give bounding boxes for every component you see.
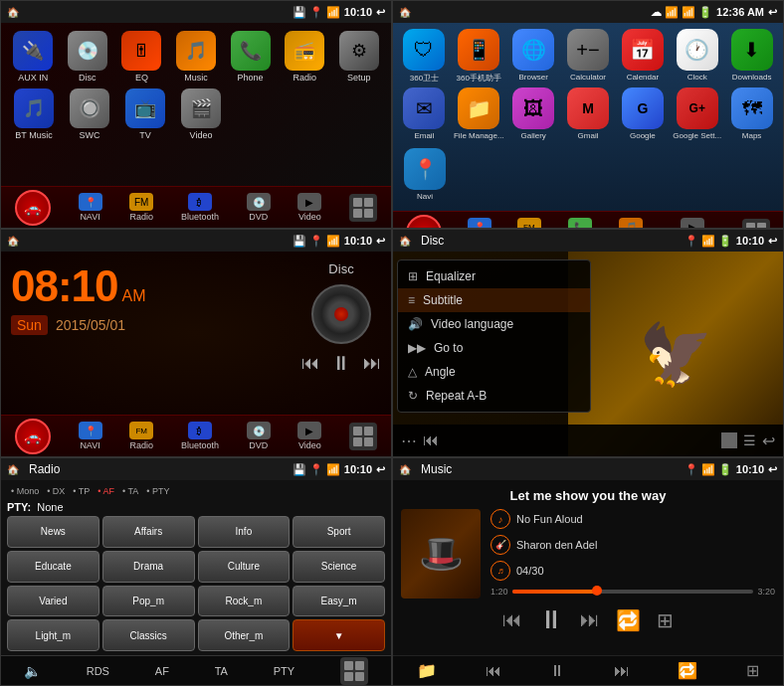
dvd-menu-subtitle[interactable]: ≡ Subtitle <box>398 288 590 312</box>
grid-menu-radio[interactable] <box>340 657 368 685</box>
nav-car-button[interactable]: 🚗 <box>15 190 51 226</box>
music-next[interactable]: ⏭ <box>580 608 600 631</box>
nav-dvd-home[interactable]: 💿 DVD <box>247 193 271 222</box>
nav-navi-clock[interactable]: 📍 NAVI <box>79 422 102 450</box>
dvd-menu-goto[interactable]: ▶▶ Go to <box>398 336 590 360</box>
music-pause[interactable]: ⏸ <box>538 604 564 635</box>
music-footer-repeat[interactable]: 🔁 <box>678 661 697 680</box>
radio-back[interactable]: ↩ <box>376 463 385 476</box>
android-app-downloads[interactable]: ⬇ Downloads <box>726 29 777 84</box>
android-app-email[interactable]: ✉ Email <box>399 87 450 140</box>
nav-bt-clock[interactable]: ₿ Bluetooth <box>181 422 219 450</box>
android-back[interactable]: ↩ <box>768 6 777 19</box>
music-repeat[interactable]: 🔁 <box>616 608 641 632</box>
app-phone[interactable]: 📞 Phone <box>226 31 275 83</box>
dvd-menu-repeat[interactable]: ↻ Repeat A-B <box>398 384 590 408</box>
nav-radio-clock[interactable]: FM Radio <box>129 422 153 450</box>
footer-af[interactable]: AF <box>155 665 169 677</box>
music-prev[interactable]: ⏮ <box>502 608 522 631</box>
pty-news[interactable]: News <box>7 516 99 548</box>
android-app-google[interactable]: G Google <box>617 87 668 140</box>
disc-next[interactable]: ⏭ <box>363 353 381 374</box>
android-app-gset[interactable]: G+ Google Sett... <box>672 87 722 140</box>
dvd-menu-angle[interactable]: △ Angle <box>398 360 590 384</box>
app-setup[interactable]: ⚙ Setup <box>334 31 383 83</box>
grid-menu-clock[interactable] <box>349 423 377 450</box>
dvd-repeat-btn[interactable]: ↩ <box>762 431 775 450</box>
footer-rds[interactable]: RDS <box>87 665 109 677</box>
nav-bt-home[interactable]: ₿ Bluetooth <box>181 193 219 222</box>
android-app-clock[interactable]: 🕐 Clock <box>672 29 722 84</box>
app-eq[interactable]: 🎚 EQ <box>117 31 166 83</box>
music-footer-prev[interactable]: ⏮ <box>486 662 501 680</box>
android-app-calendar[interactable]: 📅 Calendar <box>617 29 668 84</box>
music-footer-pause[interactable]: ⏸ <box>549 662 565 680</box>
progress-bar[interactable] <box>512 590 754 594</box>
music-back[interactable]: ↩ <box>768 463 777 476</box>
app-radio[interactable]: 📻 Radio <box>281 31 329 83</box>
pty-down[interactable]: ▼ <box>293 619 385 651</box>
dvd-back[interactable]: ↩ <box>768 235 777 248</box>
android-app-navi[interactable]: 📍 Navi <box>399 148 451 201</box>
nav-videoplayer-android[interactable]: ▶ VideoPlayer <box>669 218 716 229</box>
app-disc[interactable]: 💿 Disc <box>64 31 112 83</box>
nav-radio-home[interactable]: FM Radio <box>129 193 153 222</box>
nav-car-clock[interactable]: 🚗 <box>15 419 51 454</box>
dvd-menu-equalizer[interactable]: ⊞ Equalizer <box>398 264 590 288</box>
pty-varied[interactable]: Varied <box>7 586 99 617</box>
dvd-prev-btn[interactable]: ⏮ <box>423 431 439 449</box>
music-list[interactable]: ⊞ <box>657 608 674 632</box>
dvd-list-icon[interactable]: ☰ <box>743 432 756 448</box>
pty-science[interactable]: Science <box>293 551 385 583</box>
music-folder[interactable]: 📁 <box>417 661 437 680</box>
android-app-gallery[interactable]: 🖼 Gallery <box>508 87 559 140</box>
clock-back[interactable]: ↩ <box>376 235 385 248</box>
android-app-gmail[interactable]: M Gmail <box>563 87 614 140</box>
pty-other[interactable]: Other_m <box>198 619 291 651</box>
music-footer-next[interactable]: ⏭ <box>614 662 630 680</box>
pty-educate[interactable]: Educate <box>7 551 99 583</box>
android-app-maps[interactable]: 🗺 Maps <box>726 87 777 140</box>
nav-music-android[interactable]: 🎵 Music <box>619 218 643 229</box>
pty-sport[interactable]: Sport <box>293 516 385 548</box>
footer-ta[interactable]: TA <box>215 665 228 677</box>
nav-phone-android[interactable]: 📞 Phone <box>567 218 593 229</box>
android-app-360[interactable]: 🛡 360卫士 <box>399 29 450 84</box>
pty-classics[interactable]: Classics <box>102 619 195 651</box>
app-music[interactable]: 🎵 Music <box>172 31 221 83</box>
nav-video-home[interactable]: ▶ Video <box>297 193 321 222</box>
nav-navi-android[interactable]: 📍 Navi <box>468 218 491 229</box>
pty-drama[interactable]: Drama <box>102 551 195 583</box>
dvd-menu-videolang[interactable]: 🔊 Video language <box>398 312 590 336</box>
nav-navi-home[interactable]: 📍 NAVI <box>79 193 102 222</box>
grid-menu-button-home[interactable] <box>349 194 377 222</box>
pty-info[interactable]: Info <box>198 516 291 548</box>
app-auxin[interactable]: 🔌 AUX IN <box>9 31 58 83</box>
dvd-stop-btn[interactable] <box>721 432 737 448</box>
app-video[interactable]: 🎬 Video <box>176 88 226 140</box>
pty-pop[interactable]: Pop_m <box>102 586 195 617</box>
android-app-browser[interactable]: 🌐 Browser <box>508 29 559 84</box>
android-app-filemgr[interactable]: 📁 File Manage... <box>454 87 504 140</box>
nav-dvd-clock[interactable]: 💿 DVD <box>247 422 271 450</box>
pty-rock[interactable]: Rock_m <box>198 586 291 617</box>
app-swc[interactable]: 🔘 SWC <box>65 88 114 140</box>
android-app-calc[interactable]: +− Calculator <box>563 29 614 84</box>
disc-prev[interactable]: ⏮ <box>301 353 319 374</box>
nav-car-android[interactable]: 🚗 <box>406 215 442 230</box>
app-tv[interactable]: 📺 TV <box>120 88 170 140</box>
footer-pty[interactable]: PTY <box>274 665 294 677</box>
disc-pause[interactable]: ⏸ <box>331 352 351 375</box>
back-icon-home[interactable]: ↩ <box>376 6 385 19</box>
nav-radio-android[interactable]: FM Radio <box>517 218 541 229</box>
pty-affairs[interactable]: Affairs <box>102 516 195 548</box>
pty-culture[interactable]: Culture <box>198 551 291 583</box>
grid-menu-button-android[interactable] <box>742 219 770 230</box>
dvd-menu-btn[interactable]: ⋯ <box>401 431 417 450</box>
pty-light[interactable]: Light_m <box>7 619 99 651</box>
pty-easy[interactable]: Easy_m <box>293 586 385 617</box>
music-footer-grid[interactable]: ⊞ <box>746 661 759 680</box>
android-app-360b[interactable]: 📱 360手机助手 <box>454 29 504 84</box>
app-btmusic[interactable]: 🎵 BT Music <box>9 88 59 140</box>
nav-video-clock[interactable]: ▶ Video <box>297 422 321 450</box>
